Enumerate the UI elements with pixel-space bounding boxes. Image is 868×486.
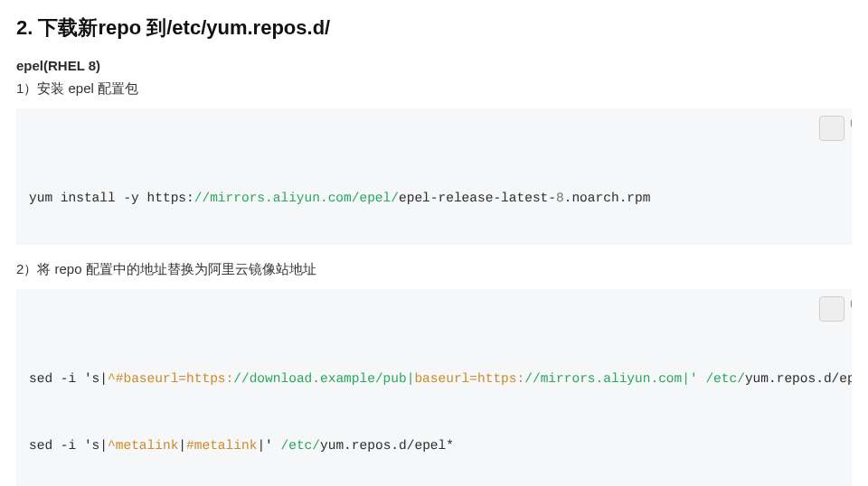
copy-button[interactable] — [819, 296, 844, 322]
code-block-1: yum install -y https://mirrors.aliyun.co… — [16, 108, 852, 245]
subheading-rhel8: epel(RHEL 8) — [16, 58, 852, 73]
copy-icon — [801, 289, 852, 342]
code-line: yum install -y https://mirrors.aliyun.co… — [29, 188, 839, 210]
svg-rect-1 — [851, 119, 852, 126]
copy-button[interactable] — [819, 116, 844, 141]
copy-icon — [801, 108, 852, 162]
step-1-label: 1）安装 epel 配置包 — [16, 80, 852, 98]
svg-rect-3 — [851, 300, 852, 307]
code-line: sed -i 's|^metalink|#metalink|' /etc/yum… — [29, 435, 839, 458]
code-line: sed -i 's|^#baseurl=https://download.exa… — [29, 369, 839, 391]
step-2-label: 2）将 repo 配置中的地址替换为阿里云镜像站地址 — [16, 261, 852, 278]
code-block-2[interactable]: sed -i 's|^#baseurl=https://download.exa… — [16, 289, 852, 486]
section-heading: 2. 下载新repo 到/etc/yum.repos.d/ — [16, 14, 852, 42]
